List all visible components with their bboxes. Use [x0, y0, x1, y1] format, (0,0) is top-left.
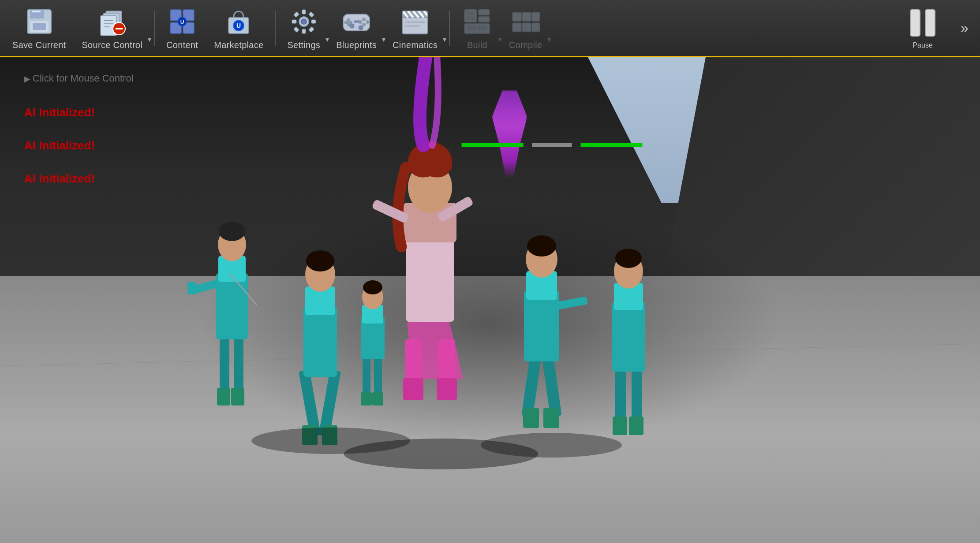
build-label: Build — [467, 40, 487, 50]
svg-rect-55 — [478, 26, 487, 30]
health-bar-right — [580, 143, 642, 147]
cinematics-icon — [399, 6, 431, 37]
svg-rect-28 — [293, 12, 299, 18]
svg-rect-57 — [522, 12, 531, 21]
svg-text:U: U — [180, 19, 184, 25]
save-current-label: Save Current — [12, 40, 66, 50]
build-icon — [461, 6, 493, 37]
ai-message-2: AI Initialized! — [24, 139, 95, 152]
compile-label: Compile — [509, 40, 542, 50]
svg-rect-56 — [512, 12, 521, 21]
pause-label: Pause — [913, 41, 932, 49]
svg-rect-26 — [292, 20, 296, 23]
svg-rect-24 — [302, 10, 306, 14]
health-bar-container — [461, 143, 642, 147]
svg-rect-58 — [532, 12, 540, 21]
svg-point-37 — [366, 20, 369, 24]
mouse-control-hint: Click for Mouse Control — [24, 73, 134, 84]
content-button[interactable]: U Content — [158, 0, 206, 56]
svg-rect-49 — [466, 11, 475, 15]
source-control-button[interactable]: Source Control ▾ — [74, 0, 150, 56]
svg-rect-27 — [311, 20, 316, 23]
source-control-label: Source Control — [82, 40, 142, 50]
svg-rect-4 — [33, 23, 46, 30]
svg-rect-61 — [532, 23, 540, 32]
pause-icon — [905, 7, 940, 39]
svg-rect-2 — [32, 11, 41, 12]
svg-rect-52 — [479, 17, 490, 22]
svg-rect-25 — [302, 29, 306, 33]
scene-floor-shadow — [196, 203, 784, 446]
svg-point-42 — [359, 26, 363, 30]
svg-point-38 — [362, 23, 366, 26]
svg-rect-59 — [512, 23, 521, 32]
settings-icon — [288, 6, 320, 37]
content-icon: U — [166, 6, 198, 37]
health-bar-center — [532, 143, 572, 147]
svg-point-23 — [301, 19, 307, 24]
content-label: Content — [166, 40, 198, 50]
svg-rect-29 — [308, 12, 314, 18]
svg-rect-39 — [354, 20, 357, 23]
more-icon: » — [961, 20, 969, 36]
separator-2 — [275, 11, 276, 46]
svg-rect-50 — [466, 16, 475, 20]
svg-rect-62 — [910, 10, 920, 36]
svg-rect-51 — [479, 10, 490, 15]
source-control-dropdown-arrow: ▾ — [148, 35, 151, 44]
svg-point-35 — [362, 18, 366, 21]
cinematics-button[interactable]: Cinematics ▾ — [385, 0, 445, 56]
svg-rect-31 — [308, 27, 314, 33]
svg-point-41 — [350, 24, 354, 28]
svg-text:U: U — [236, 22, 241, 29]
separator-3 — [449, 11, 450, 46]
svg-rect-30 — [293, 27, 299, 33]
compile-icon — [510, 6, 542, 37]
main-toolbar: Save Current Source Control ▾ — [0, 0, 980, 57]
svg-rect-63 — [925, 10, 935, 36]
cinematics-dropdown-arrow: ▾ — [443, 35, 446, 44]
blueprints-button[interactable]: Blueprints ▾ — [328, 0, 385, 56]
compile-dropdown-arrow: ▾ — [547, 35, 551, 44]
marketplace-button[interactable]: U Marketplace — [206, 0, 271, 56]
game-viewport[interactable]: Click for Mouse Control AI Initialized! … — [0, 57, 980, 543]
blueprints-label: Blueprints — [336, 40, 377, 50]
marketplace-label: Marketplace — [214, 40, 263, 50]
build-button[interactable]: Build ▾ — [453, 0, 501, 56]
settings-label: Settings — [287, 40, 320, 50]
svg-rect-43 — [403, 16, 427, 34]
save-current-icon — [23, 6, 55, 37]
svg-rect-40 — [357, 20, 359, 23]
save-current-button[interactable]: Save Current — [4, 0, 74, 56]
more-button[interactable]: » — [954, 0, 976, 56]
health-bar-left — [461, 143, 523, 147]
compile-button[interactable]: Compile ▾ — [501, 0, 550, 56]
svg-rect-54 — [467, 26, 476, 30]
ai-message-3: AI Initialized! — [24, 172, 95, 186]
separator-1 — [154, 11, 155, 46]
blueprints-icon — [340, 6, 372, 37]
cinematics-label: Cinematics — [393, 40, 438, 50]
marketplace-icon: U — [223, 6, 254, 37]
source-control-icon — [96, 6, 128, 37]
settings-button[interactable]: Settings ▾ — [279, 0, 328, 56]
ai-message-1: AI Initialized! — [24, 106, 95, 119]
pause-button[interactable]: Pause — [892, 0, 954, 56]
svg-rect-60 — [522, 23, 531, 32]
